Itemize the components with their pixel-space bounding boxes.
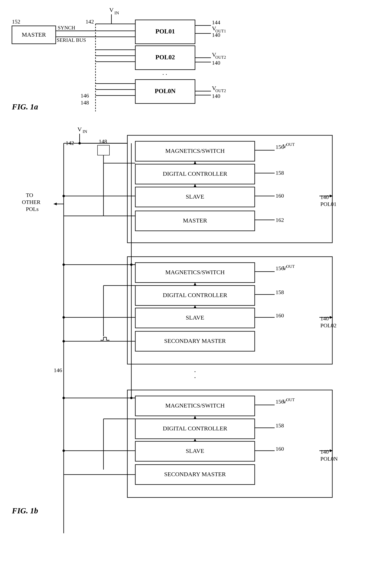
n140a-1a: 140 bbox=[212, 32, 220, 38]
dot-pol0n-bus2 bbox=[62, 450, 65, 452]
pols-label: POLs bbox=[26, 206, 38, 212]
vout2b-sub: OUT2 bbox=[215, 88, 226, 93]
dot-vin-pol01 bbox=[78, 142, 81, 144]
vin-label-1a: V bbox=[109, 6, 114, 13]
other-label: OTHER bbox=[22, 199, 40, 205]
vout-pol0n-sub: OUT bbox=[286, 397, 295, 402]
vout-pol02-sub: OUT bbox=[286, 264, 295, 269]
to-label: TO bbox=[26, 192, 33, 198]
dot-pol0n-bus1 bbox=[62, 397, 65, 399]
master-label-1a: MASTER bbox=[22, 31, 46, 38]
n160b: 160 bbox=[276, 312, 284, 318]
pol01-label-1b: POL01 bbox=[320, 201, 336, 207]
slave-pol0n: SLAVE bbox=[186, 448, 204, 454]
n140-pol01: 140 bbox=[320, 194, 329, 200]
n146-1a: 146 bbox=[80, 92, 89, 99]
secondary-master-pol0n: SECONDARY MASTER bbox=[164, 471, 226, 477]
dot-pol01-bus bbox=[62, 195, 65, 197]
n146-1b: 146 bbox=[54, 367, 62, 373]
digital-ctrl-pol02: DIGITAL CONTROLLER bbox=[163, 292, 227, 298]
fig1a-label: FIG. 1a bbox=[12, 102, 38, 111]
n152-1a: 152 bbox=[12, 18, 20, 25]
dot-pol02-bus3 bbox=[62, 340, 65, 342]
dot-pol02-bus1 bbox=[62, 264, 65, 266]
pol0n-label-1b: POL0N bbox=[320, 456, 338, 462]
digital-ctrl-pol0n: DIGITAL CONTROLLER bbox=[163, 425, 227, 432]
diagram-container: V IN 142 MASTER 152 SYNCH SERIAL BUS POL… bbox=[0, 0, 392, 585]
n140c-1a: 140 bbox=[212, 93, 220, 99]
n158c: 158 bbox=[276, 422, 284, 428]
fig1b-label: FIG. 1b bbox=[12, 506, 38, 515]
n158b: 158 bbox=[276, 289, 284, 295]
dot-vin-pol02 bbox=[130, 264, 132, 266]
vin-sub-1b: IN bbox=[82, 129, 87, 134]
n160a: 160 bbox=[276, 192, 284, 199]
n140b-1a: 140 bbox=[212, 60, 220, 66]
pol02-label-1a: POL02 bbox=[156, 54, 175, 61]
serial-bus-label: SERIAL BUS bbox=[57, 37, 86, 43]
vin-label-1b: V bbox=[78, 126, 82, 132]
n160c: 160 bbox=[276, 446, 284, 452]
pol01-label-1a: POL01 bbox=[156, 28, 175, 35]
pol02-label-1b: POL02 bbox=[320, 322, 336, 328]
n144: 144 bbox=[212, 19, 220, 26]
n162a: 162 bbox=[276, 217, 284, 223]
synch-label: SYNCH bbox=[58, 25, 75, 31]
digital-ctrl-pol01: DIGITAL CONTROLLER bbox=[163, 170, 227, 177]
vin-sub-1a: IN bbox=[114, 10, 119, 15]
magnetics-pol01: MAGNETICS/SWITCH bbox=[165, 148, 225, 154]
arrow-to-other-pols bbox=[54, 202, 57, 205]
vout2a-sub: OUT2 bbox=[215, 55, 226, 60]
vout-pol01-sub: OUT bbox=[286, 142, 295, 147]
n148-1a: 148 bbox=[80, 100, 89, 106]
master-pol01: MASTER bbox=[183, 217, 207, 224]
pol0n-label-1a: POL0N bbox=[155, 87, 176, 94]
magnetics-pol02: MAGNETICS/SWITCH bbox=[165, 269, 225, 276]
magnetics-pol0n: MAGNETICS/SWITCH bbox=[165, 402, 225, 409]
n140-pol0n: 140 bbox=[320, 449, 329, 455]
dot-vin-pol0n bbox=[130, 397, 132, 399]
slave-pol02: SLAVE bbox=[186, 314, 204, 321]
slave-pol01: SLAVE bbox=[186, 193, 204, 200]
svg-rect-27 bbox=[98, 145, 110, 155]
dot-pol02-bus2 bbox=[62, 316, 65, 318]
n158a: 158 bbox=[276, 170, 284, 176]
n142-1a: 142 bbox=[86, 18, 94, 25]
secondary-master-pol02: SECONDARY MASTER bbox=[164, 338, 226, 344]
svg-text:·: · bbox=[194, 374, 196, 382]
n140-pol02: 140 bbox=[320, 316, 329, 322]
